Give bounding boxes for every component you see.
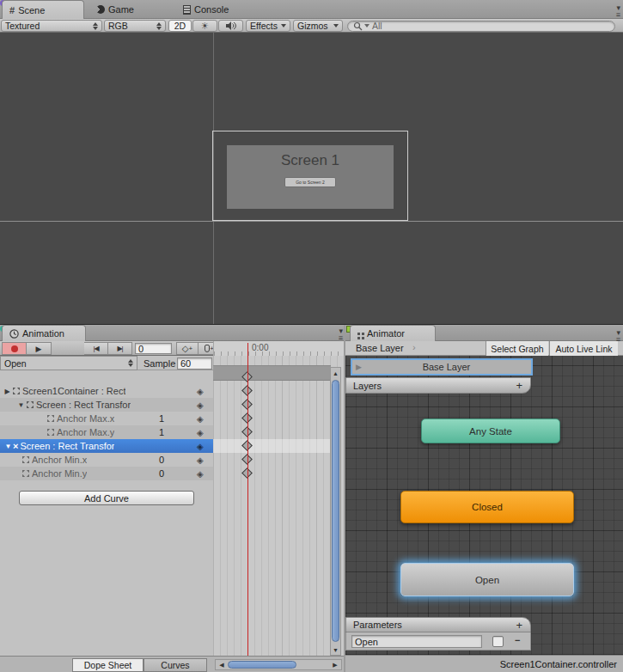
next-keyframe-button[interactable]: ▶|: [108, 342, 132, 355]
row-value[interactable]: 1: [159, 427, 164, 437]
tab-console[interactable]: Console: [176, 0, 255, 19]
record-button[interactable]: [2, 342, 27, 355]
hscrollbar-thumb[interactable]: [228, 661, 296, 669]
render-mode-dropdown[interactable]: Textured: [1, 20, 102, 32]
auto-live-link-label: Auto Live Link: [556, 344, 613, 354]
effects-dropdown[interactable]: Effects: [246, 20, 290, 32]
scene-viewport[interactable]: Screen 1 Go to Screen 2: [0, 33, 623, 325]
layer-item-base-layer[interactable]: ▶ Base Layer: [351, 358, 533, 376]
state-open[interactable]: Open: [400, 563, 574, 596]
search-value: All: [372, 21, 382, 31]
animation-row-screen-rt-2-selected[interactable]: ▼ × Screen : Rect Transfor ◈: [0, 439, 213, 453]
parameter-bool-checkbox[interactable]: [492, 636, 504, 647]
add-curve-button[interactable]: Add Curve: [19, 491, 194, 505]
scene-grid-icon: #: [9, 5, 15, 15]
remove-parameter-icon[interactable]: −: [515, 635, 520, 645]
scene-search-field[interactable]: All: [347, 21, 615, 32]
animation-panel-menu-icon[interactable]: ▾≡: [329, 327, 342, 341]
animation-row-anchor-max-x[interactable]: Anchor Max.x 1 ◈: [0, 412, 213, 425]
rect-transform-icon: [46, 414, 55, 423]
layers-header[interactable]: Layers +: [345, 377, 531, 394]
go-to-screen2-button[interactable]: Go to Screen 2: [284, 177, 336, 187]
animation-row-anchor-min-y[interactable]: Anchor Min.y 0 ◈: [0, 467, 213, 480]
tab-scene[interactable]: # Scene: [2, 0, 84, 19]
scene-audio-button[interactable]: [218, 20, 243, 32]
2d-label: 2D: [174, 21, 186, 31]
sample-field[interactable]: 60: [177, 357, 212, 370]
add-keyframe-button[interactable]: ◇+: [176, 342, 199, 355]
row-value[interactable]: 0: [159, 468, 164, 479]
timeline-playhead[interactable]: [247, 343, 248, 656]
keyframe-icon[interactable]: ◈: [197, 428, 204, 437]
row-value[interactable]: 1: [159, 413, 164, 424]
scroll-left-icon[interactable]: ◀: [217, 660, 226, 669]
channels-dropdown[interactable]: RGB: [104, 20, 166, 32]
foldout-icon[interactable]: ▶: [3, 388, 12, 395]
row-value[interactable]: 0: [159, 455, 164, 465]
parameter-name-value: Open: [355, 637, 378, 647]
breadcrumb-base-layer[interactable]: Base Layer: [356, 343, 404, 353]
scroll-down-icon[interactable]: ▼: [331, 645, 340, 654]
search-filter-caret-icon: [364, 24, 370, 27]
speaker-icon: [226, 21, 236, 30]
keyframe-icon[interactable]: ◈: [197, 400, 204, 410]
tab-console-label: Console: [194, 4, 229, 15]
foldout-icon[interactable]: ▼: [3, 443, 13, 450]
prev-keyframe-icon: |◀: [93, 345, 98, 352]
parameters-header[interactable]: Parameters +: [345, 617, 531, 632]
animator-graph-area[interactable]: Any State Closed Open: [345, 356, 623, 655]
foldout-icon[interactable]: ▼: [16, 401, 26, 409]
keyframe-icon[interactable]: ◈: [197, 387, 204, 396]
keyframe-icon[interactable]: ◈: [197, 414, 204, 424]
play-icon: ▶: [36, 345, 42, 353]
clip-selector-dropdown[interactable]: Open: [0, 356, 137, 370]
prev-keyframe-button[interactable]: |◀: [84, 342, 108, 355]
animation-row-screen-rt-1[interactable]: ▼ Screen : Rect Transfor ◈: [0, 398, 213, 412]
search-icon: [353, 21, 363, 31]
state-any-state[interactable]: Any State: [421, 418, 560, 443]
tab-game[interactable]: Game: [89, 0, 155, 19]
dope-sheet-stripes: [213, 356, 344, 656]
tab-animator[interactable]: Animator: [350, 325, 436, 341]
layers-header-label: Layers: [353, 381, 382, 391]
scroll-right-icon[interactable]: ▶: [331, 660, 339, 669]
record-icon: [11, 345, 18, 352]
console-doc-icon: [183, 5, 191, 15]
scene-panel-menu-icon[interactable]: ▾≡: [606, 4, 620, 18]
add-layer-icon[interactable]: +: [516, 379, 522, 392]
animation-row-anchor-min-x[interactable]: Anchor Min.x 0 ◈: [0, 453, 213, 467]
frame-number-field[interactable]: 0: [135, 343, 172, 354]
timeline-ruler[interactable]: 0:00: [213, 341, 344, 356]
scene-lighting-button[interactable]: ☀: [192, 20, 217, 32]
screen1-panel: Screen 1 Go to Screen 2: [227, 145, 394, 209]
add-parameter-icon[interactable]: +: [516, 619, 522, 632]
animation-row-screen1container[interactable]: ▶ Screen1Container : Rect ◈: [0, 384, 213, 398]
tab-dope-sheet[interactable]: Dope Sheet: [72, 658, 144, 672]
parameters-header-label: Parameters: [353, 620, 402, 630]
2d-toggle-button[interactable]: 2D: [168, 20, 192, 32]
select-graph-button[interactable]: Select Graph: [486, 341, 548, 356]
auto-live-link-button[interactable]: Auto Live Link: [549, 341, 618, 356]
any-state-label: Any State: [469, 426, 512, 437]
state-closed[interactable]: Closed: [400, 491, 574, 523]
animation-toolbar: ▶ |◀ ▶| 0 ◇+ +: [0, 341, 213, 356]
frame-number-value: 0: [138, 344, 144, 354]
parameter-name-field[interactable]: Open: [351, 635, 482, 648]
tab-curves[interactable]: Curves: [144, 658, 207, 672]
gizmos-dropdown[interactable]: Gizmos: [293, 20, 343, 32]
select-graph-label: Select Graph: [491, 344, 543, 354]
timeline-hscrollbar[interactable]: ◀ ▶: [215, 659, 342, 670]
animation-row-anchor-max-y[interactable]: Anchor Max.y 1 ◈: [0, 425, 213, 439]
keyframe-icon[interactable]: ◈: [197, 455, 204, 465]
play-button[interactable]: ▶: [27, 342, 52, 355]
timeline-vscrollbar[interactable]: ▲ ▼: [330, 367, 341, 656]
scroll-up-icon[interactable]: ▲: [331, 369, 340, 377]
vscrollbar-thumb[interactable]: [332, 380, 339, 642]
keyframe-icon[interactable]: ◈: [197, 442, 204, 451]
clip-selector-value: Open: [4, 358, 125, 369]
updown-arrows-icon: [156, 22, 162, 30]
curves-label: Curves: [161, 660, 189, 670]
tab-animation[interactable]: Animation: [2, 325, 86, 341]
keyframe-icon[interactable]: ◈: [197, 469, 204, 479]
dope-sheet-area[interactable]: ▲ ▼: [213, 356, 344, 656]
